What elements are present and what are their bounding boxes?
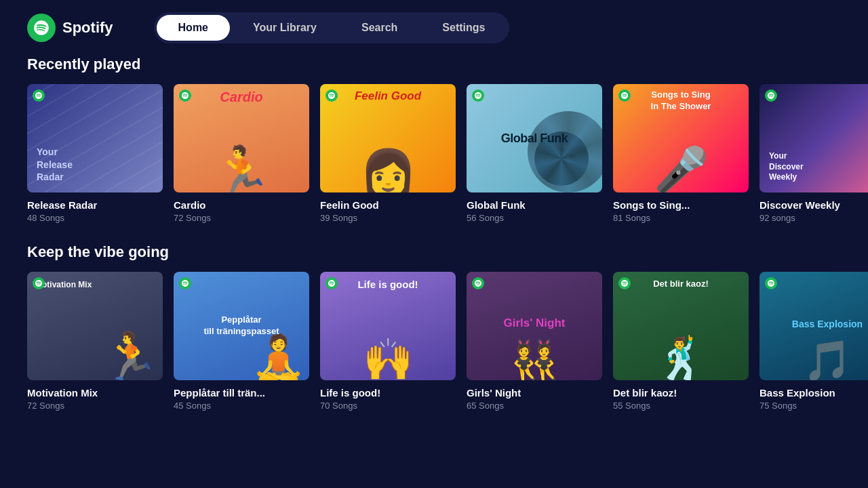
recently-played-title: Recently played — [0, 56, 868, 73]
thumb-girls-night: Girls' Night 👯 — [467, 272, 602, 380]
playlist-count-pepplatar: 45 Songs — [174, 401, 309, 411]
spotify-badge-icon — [33, 89, 45, 102]
playlist-card-feelin-good[interactable]: Feelin Good 👩 Feelin Good 39 Songs — [320, 84, 456, 223]
playlist-name-pepplatar: Pepplåtar till trän... — [174, 387, 309, 399]
pepplatar-label: Pepplåtartill träningspasset — [180, 314, 302, 338]
bass-explosion-label: Bass Explosion — [792, 319, 863, 329]
thumb-bass-explosion: Bass Explosion 🎵 — [760, 272, 868, 380]
woman-emoji: 👩 — [359, 150, 417, 192]
playlist-card-bass-explosion[interactable]: Bass Explosion 🎵 Bass Explosion 75 Songs — [760, 272, 868, 411]
discover-weekly-label: YourDiscoverWeekly — [769, 151, 804, 183]
playlist-name-release-radar: Release Radar — [27, 199, 163, 211]
logo-area: Spotify — [27, 14, 113, 42]
thumb-det-kaoz: Det blir kaoz! 🕺 — [613, 272, 749, 380]
feelin-good-label: Feelin Good — [355, 89, 421, 103]
spotify-badge-icon — [472, 89, 484, 102]
spotify-logo-icon — [27, 14, 56, 42]
playlist-count-bass-explosion: 75 Songs — [760, 401, 868, 411]
playlist-name-cardio: Cardio — [174, 199, 309, 211]
playlist-count-feelin-good: 39 Songs — [320, 213, 456, 223]
spotify-badge-icon — [326, 277, 338, 289]
singer-emoji: 🎤 — [654, 144, 709, 192]
playlist-name-global-funk: Global Funk — [467, 199, 602, 211]
playlist-name-motivation-mix: Motivation Mix — [27, 387, 163, 399]
spotify-badge-icon — [618, 277, 631, 289]
runner-emoji: 🏃 — [211, 147, 272, 192]
thumb-label-release-radar: YourReleaseRadar — [37, 146, 73, 183]
recently-played-section: Recently played YourReleaseRadar Release… — [0, 56, 868, 223]
global-funk-label: Global Funk — [501, 131, 568, 146]
girls-emoji: 👯 — [510, 338, 559, 380]
thumb-motivation-mix: Motivation Mix 🏃 — [27, 272, 163, 380]
life-good-label: Life is good! — [357, 279, 418, 290]
tab-search[interactable]: Search — [340, 15, 419, 41]
thumb-feelin-good: Feelin Good 👩 — [320, 84, 456, 192]
playlist-card-songs-shower[interactable]: Songs to SingIn The Shower 🎤 Songs to Si… — [613, 84, 749, 223]
keep-vibe-title: Keep the vibe going — [0, 243, 868, 261]
logo-text: Spotify — [62, 19, 113, 37]
thumb-cardio: Cardio 🏃 — [174, 84, 309, 192]
playlist-count-discover-weekly: 92 songs — [760, 213, 868, 223]
playlist-card-life-good[interactable]: Life is good! 🙌 Life is good! 70 Songs — [320, 272, 456, 411]
spotify-badge-icon — [472, 277, 484, 289]
thumb-songs-shower: Songs to SingIn The Shower 🎤 — [613, 84, 749, 192]
header: Spotify Home Your Library Search Setting… — [0, 0, 868, 56]
det-kaoz-label: Det blir kaoz! — [653, 279, 709, 289]
nav-tabs: Home Your Library Search Settings — [154, 12, 510, 43]
thumb-life-good: Life is good! 🙌 — [320, 272, 456, 380]
keep-vibe-row: Motivation Mix 🏃 Motivation Mix 72 Songs… — [0, 272, 868, 411]
playlist-name-discover-weekly: Discover Weekly — [760, 199, 868, 211]
spotify-badge-icon — [179, 277, 191, 289]
thumb-discover-weekly: YourDiscoverWeekly — [760, 84, 868, 192]
spotify-badge-icon — [33, 277, 45, 289]
tab-home[interactable]: Home — [157, 15, 230, 41]
yoga-emoji: 🧘 — [251, 332, 306, 380]
thumb-release-radar: YourReleaseRadar — [27, 84, 163, 192]
playlist-card-cardio[interactable]: Cardio 🏃 Cardio 72 Songs — [174, 84, 309, 223]
keep-vibe-section: Keep the vibe going Motivation Mix 🏃 Mot… — [0, 243, 868, 411]
girls-night-label: Girls' Night — [504, 317, 566, 330]
playlist-card-release-radar[interactable]: YourReleaseRadar Release Radar 48 Songs — [27, 84, 163, 223]
spotify-badge-icon — [618, 89, 631, 102]
playlist-count-motivation-mix: 72 Songs — [27, 401, 163, 411]
spotify-badge-icon — [765, 89, 777, 102]
playlist-count-girls-night: 65 Songs — [467, 401, 602, 411]
playlist-name-feelin-good: Feelin Good — [320, 199, 456, 211]
playlist-name-girls-night: Girls' Night — [467, 387, 602, 399]
playlist-count-det-kaoz: 55 Songs — [613, 401, 749, 411]
playlist-count-cardio: 72 Songs — [174, 213, 309, 223]
crowd-emoji: 🎵 — [803, 338, 852, 380]
playlist-count-global-funk: 56 Songs — [467, 213, 602, 223]
dancer-emoji: 🕺 — [655, 335, 707, 380]
celebrate-emoji: 🙌 — [363, 336, 414, 380]
spotify-badge-icon — [765, 277, 777, 289]
thumb-global-funk: Global Funk — [467, 84, 602, 192]
playlist-card-discover-weekly[interactable]: YourDiscoverWeekly Discover Weekly 92 so… — [760, 84, 868, 223]
playlist-card-motivation-mix[interactable]: Motivation Mix 🏃 Motivation Mix 72 Songs — [27, 272, 163, 411]
playlist-name-songs-shower: Songs to Sing... — [613, 199, 749, 211]
cardio-label: Cardio — [220, 89, 262, 105]
tab-settings[interactable]: Settings — [420, 15, 507, 41]
thumb-pepplatar: Pepplåtartill träningspasset 🧘 — [174, 272, 309, 380]
spotify-badge-icon — [326, 89, 338, 102]
playlist-card-det-kaoz[interactable]: Det blir kaoz! 🕺 Det blir kaoz! 55 Songs — [613, 272, 749, 411]
playlist-name-life-good: Life is good! — [320, 387, 456, 399]
playlist-count-life-good: 70 Songs — [320, 401, 456, 411]
playlist-name-bass-explosion: Bass Explosion — [760, 387, 868, 399]
spotify-badge-icon — [179, 89, 191, 102]
tab-library[interactable]: Your Library — [231, 15, 338, 41]
recently-played-row: YourReleaseRadar Release Radar 48 Songs … — [0, 84, 868, 223]
playlist-card-global-funk[interactable]: Global Funk Global Funk 56 Songs — [467, 84, 602, 223]
runner2-emoji: 🏃 — [102, 329, 159, 380]
playlist-count-songs-shower: 81 Songs — [613, 213, 749, 223]
playlist-card-girls-night[interactable]: Girls' Night 👯 Girls' Night 65 Songs — [467, 272, 602, 411]
playlist-name-det-kaoz: Det blir kaoz! — [613, 387, 749, 399]
playlist-card-pepplatar[interactable]: Pepplåtartill träningspasset 🧘 Pepplåtar… — [174, 272, 309, 411]
playlist-count-release-radar: 48 Songs — [27, 213, 163, 223]
songs-shower-label: Songs to SingIn The Shower — [613, 89, 749, 113]
